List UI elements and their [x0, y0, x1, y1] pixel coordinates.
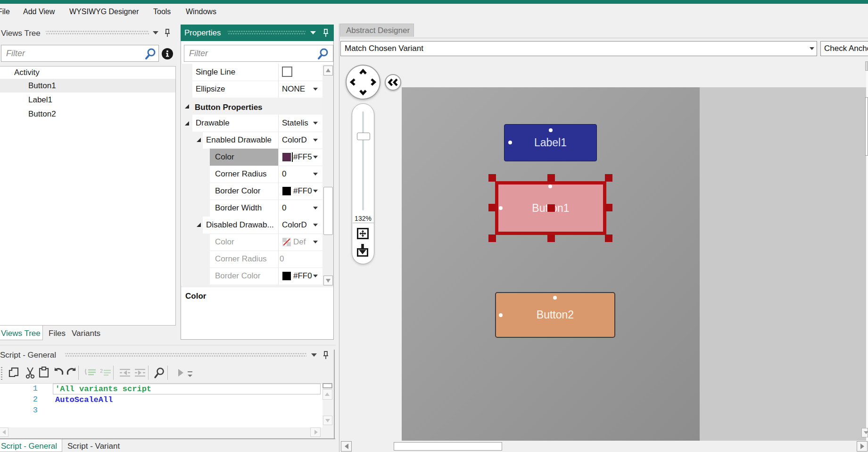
svg-text:2: 2: [100, 368, 103, 374]
